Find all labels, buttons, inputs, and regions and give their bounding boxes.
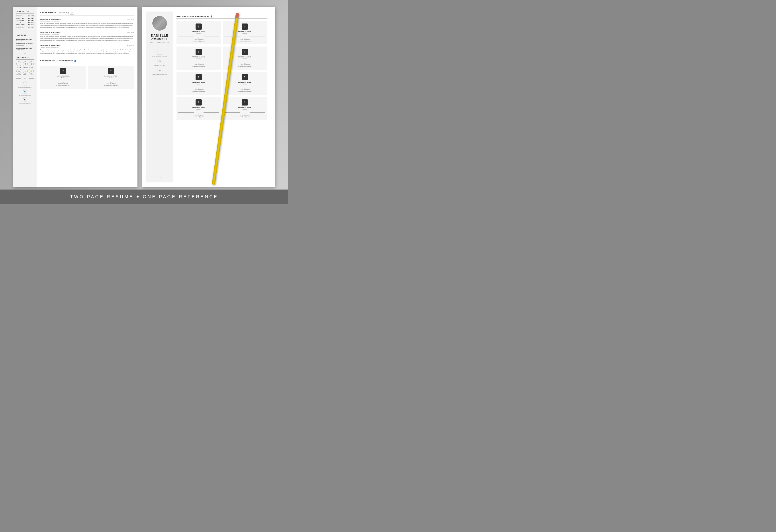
vertical-line [160, 81, 160, 175]
ref-icon: ↗ [242, 74, 248, 80]
experience-header: //EXPERIENCE (Continued) ⊡ [40, 11, 134, 16]
ref-position: Position [224, 83, 265, 85]
exp-date: 2017 - 2018 [127, 31, 134, 33]
ref-icon: ↗ [242, 49, 248, 55]
dot [28, 27, 29, 27]
ref-arrow-icon: ↗ [197, 75, 201, 79]
interest-travel: ✈ TRAVEL [16, 61, 22, 68]
profile-avatar [152, 15, 167, 31]
ref-arrow-icon: ↗ [243, 75, 247, 79]
ref-icon: ↗ [60, 68, 66, 74]
ref-divider: ◇ [224, 111, 265, 113]
divider: ◇ [16, 77, 34, 79]
ref-grid-row1: ↗ REFERRAL NAME Position ◇ t. +097 5(578… [177, 21, 267, 44]
interests-grid: ✈ TRAVEL ⊙ CYCLING ≋ KAYAK ⊕ FOOTBALL ♫ [16, 61, 34, 75]
ref-arrow-icon: ↗ [243, 25, 247, 29]
ref-divider: ◇ [178, 86, 219, 88]
phone-icon: ☏ [157, 59, 162, 64]
ref-card-1: ↗ REFERRAL NAME Position ◇ t. +097 5(578… [40, 66, 86, 89]
bottom-banner: TWO PAGE RESUME + ONE PAGE REFERENCE [0, 190, 288, 204]
ref-grid-row2: ↗ REFERRAL NAME Position ◇ t. +097 5(578… [177, 46, 267, 70]
dot [29, 20, 30, 21]
references-main: //PROFESSIONAL REFERENCES 👤 ↗ REFERRAL N… [173, 12, 270, 183]
ref-position: Position [178, 33, 219, 34]
expertise-teamwork: TEAM WORK [16, 20, 34, 21]
exp-desc: There are many variations passage lorem … [40, 36, 134, 41]
dots [28, 22, 34, 23]
dots [28, 27, 34, 27]
experience-title-text: //EXPERIENCE (Continued) [40, 12, 69, 14]
ref-email: e. mailaddress@gmail.com [224, 91, 265, 92]
profile-title: FREELANCER WRITER [150, 42, 169, 43]
bottom-banner-text: TWO PAGE RESUME + ONE PAGE REFERENCE [70, 194, 218, 199]
exp-company: Creative Company | America USA. [40, 47, 134, 48]
twitter-icon: 🐦 [23, 89, 27, 94]
ref-position: Position [42, 77, 84, 78]
ref-card: ↗ REFERRAL NAME Position ◇ t. +097 5(578… [177, 97, 221, 120]
dot [31, 24, 31, 25]
award-item: AWARD NAME - MAY/2017 Company Name [16, 43, 34, 46]
interest-music: ♫ MUSIC [23, 69, 28, 75]
exp-job-title: DESIGNER & DEVELOPER [40, 18, 60, 20]
ref-divider: ◇ [178, 111, 219, 113]
expertise-label: MANAGEMENT [16, 26, 25, 28]
ref-grid: ↗ REFERRAL NAME Position ◇ t. +097 5(578… [40, 66, 134, 89]
ref-divider: ◇ [224, 35, 265, 38]
ref-email: e. mailaddress@gmail.com [224, 116, 265, 117]
section-divider [40, 58, 134, 58]
ref-email: e. mailaddress@gmail.com [178, 91, 219, 92]
dot [32, 18, 33, 19]
page2-ref-title: //PROFESSIONAL REFERENCES [177, 15, 209, 17]
interest-cycling: ⊙ CYCLING [23, 61, 28, 68]
social-twitter: 🐦 username/twitter.com [16, 89, 34, 96]
expertise-design: DESIGN [16, 22, 34, 23]
award-item: AWARD NAME - MAY/2017 Company Name [16, 39, 34, 41]
ref-name: REFERRAL NAME [42, 75, 84, 77]
ref-icon: ↗ [196, 23, 202, 30]
ref-name: REFERRAL NAME [224, 31, 265, 32]
ref-arrow-icon: ↗ [197, 50, 201, 54]
expertise-title: //EXPERTIES [16, 11, 34, 14]
travel-icon: ✈ [16, 61, 21, 66]
expertise-innovative: INNOVATIVE [16, 17, 34, 19]
ref-divider: ◇ [178, 61, 219, 63]
ref-name: REFERRAL NAME [224, 81, 265, 83]
ref-card: ↗ REFERRAL NAME Position ◇ t. +097 5(578… [177, 72, 221, 95]
interest-label: CYCLING [23, 67, 28, 68]
experience-icon-box: ⊡ [70, 11, 74, 15]
dot-empty [33, 22, 34, 23]
ref-card: ↗ REFERRAL NAME Position ◇ t. +097 5(578… [223, 21, 267, 44]
dot [31, 18, 31, 19]
dot [29, 24, 30, 25]
address-text: Street, City, Country, Zip Code [152, 55, 167, 57]
interest-label: TRAVEL [17, 67, 21, 68]
dot-empty [33, 24, 34, 25]
ref-email: e. mailaddress@gmail.com [42, 85, 84, 86]
email-text: lusebranlaramail@gmail.com [153, 74, 167, 75]
dot [32, 27, 33, 27]
profile-name: DANIELLE CONNELL [151, 34, 168, 41]
expertise-management: MANAGEMENT [16, 26, 34, 28]
ref-section-icon: 👤 [74, 60, 76, 62]
ref-grid-row3: ↗ REFERRAL NAME Position ◇ t. +097 5(578… [177, 72, 267, 95]
ref-icon: ↗ [196, 49, 202, 55]
ref-card: ↗ REFERRAL NAME Position ◇ t. +097 5(578… [177, 21, 221, 44]
expertise-label: INNOVATIVE [16, 17, 24, 19]
ref-icon: ↗ [242, 99, 248, 105]
ref-arrow-icon: ↗ [61, 69, 65, 73]
ref-icon: ↗ [108, 68, 114, 74]
ref-divider: ◇ [178, 35, 219, 38]
ref-position: Position [178, 108, 219, 110]
social-facebook: f username/facebook.com [16, 81, 34, 88]
ref-position: Position [224, 108, 265, 110]
pencil-decoration [236, 13, 239, 186]
resume-main: //EXPERIENCE (Continued) ⊡ DESIGNER & DE… [37, 7, 138, 187]
dots [28, 20, 34, 21]
ref-name: REFERRAL NAME [178, 107, 219, 108]
ref-position: Position [178, 58, 219, 59]
ref-email: e. mailaddress@gmail.com [178, 40, 219, 42]
divider: ◇ [16, 30, 34, 32]
resume-page: //EXPERTIES CREATIVE INNOVATIVE [13, 7, 138, 187]
linkedin-icon: in [23, 97, 27, 102]
dot [31, 20, 31, 21]
